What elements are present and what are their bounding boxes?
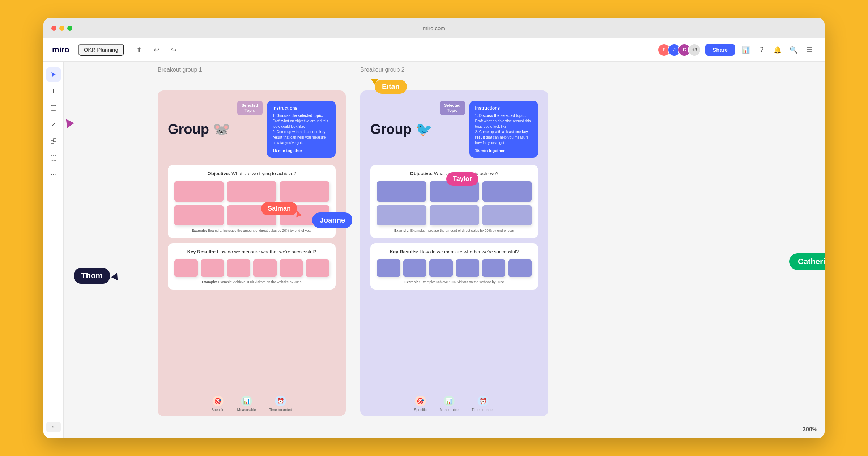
menu-icon[interactable]: ☰	[803, 43, 816, 56]
side-toolbar: T ··· »	[43, 62, 64, 438]
minimize-dot[interactable]	[59, 26, 64, 31]
instructions-box-1: Instructions 1. Discuss the selected top…	[267, 101, 336, 158]
shapes-tool[interactable]	[46, 134, 61, 148]
instructions-title-2: Instructions	[475, 106, 532, 111]
sticky-b3	[482, 181, 532, 202]
group-emoji-2: 🐦	[416, 122, 433, 137]
kr-b5	[482, 259, 506, 277]
search-icon[interactable]: 🔍	[787, 43, 800, 56]
redo-icon[interactable]: ↪	[167, 43, 180, 56]
instructions-title-1: Instructions	[273, 106, 330, 111]
measurable-icon-1: 📊 Measurable	[237, 396, 256, 412]
breakout-label-2: Breakout group 2	[360, 67, 405, 73]
instructions-text-1: 1. Discuss the selected topic. Draft wha…	[273, 113, 330, 145]
kr-sticky-1	[174, 259, 198, 277]
selected-topic-box-1: Selected Topic	[237, 101, 263, 115]
key-results-section-1: Key Results: How do we measure whether w…	[168, 243, 336, 290]
kr-sticky-4	[253, 259, 277, 277]
catherine-user-label: Catherine	[789, 258, 796, 265]
board-name-button[interactable]: OKR Planning	[78, 44, 124, 56]
key-results-example-1: Example: Example: Achieve 100k visitors …	[174, 280, 329, 284]
group-emoji-1: 🐭	[213, 122, 230, 137]
thom-user-label: Thom	[74, 268, 119, 284]
pen-tool[interactable]	[46, 117, 61, 132]
svg-line-1	[52, 123, 55, 126]
notification-icon[interactable]: 🔔	[771, 43, 784, 56]
salman-user-label: Salman	[261, 202, 297, 215]
expand-sidebar[interactable]: »	[46, 422, 61, 432]
chris-user-label: Chris	[64, 109, 64, 128]
group-header-1: Group 🐭 Selected Topic Instructions 1. D…	[168, 101, 336, 158]
instructions-text-2: 1. Discuss the selected topic. Draft wha…	[475, 113, 532, 145]
share-button[interactable]: Share	[705, 44, 735, 56]
sticky-4	[174, 205, 224, 225]
thom-bubble: Thom	[74, 268, 110, 284]
close-dot[interactable]	[51, 26, 56, 31]
key-results-title-2: Key Results: How do we measure whether w…	[377, 249, 532, 254]
footer-icons-1: 🎯 Specific 📊 Measurable ⏰ Time bounded	[212, 396, 292, 412]
window-controls	[51, 26, 72, 31]
key-results-title-1: Key Results: How do we measure whether w…	[174, 249, 329, 254]
upload-icon[interactable]: ⬆	[133, 43, 146, 56]
url-bar: miro.com	[423, 25, 445, 31]
sticky-b4	[377, 205, 426, 225]
zoom-level: 300%	[803, 426, 817, 433]
kr-sticky-3	[227, 259, 250, 277]
eitan-cursor	[371, 79, 378, 85]
avatar-count: +3	[688, 43, 701, 56]
chart-icon[interactable]: 📊	[739, 43, 752, 56]
kr-b2	[403, 259, 427, 277]
objective-stickies-2	[377, 181, 532, 225]
instructions-box-2: Instructions 1. Discuss the selected top…	[469, 101, 538, 158]
kr-b4	[456, 259, 479, 277]
maximize-dot[interactable]	[67, 26, 72, 31]
catherine-cursor	[788, 257, 796, 266]
kr-sticky-2	[201, 259, 224, 277]
thom-cursor	[111, 271, 120, 280]
undo-icon[interactable]: ↩	[150, 43, 163, 56]
toolbar-right: E J C +3 Share 📊 ? 🔔 🔍 ☰	[658, 43, 816, 56]
key-results-stickies-1	[174, 259, 329, 277]
group-board-2: Group 🐦 Selected Topic Instructions 1. D…	[360, 90, 548, 416]
specific-icon-2: 🎯 Specific	[414, 396, 427, 412]
crop-tool[interactable]	[46, 151, 61, 165]
text-tool[interactable]: T	[46, 84, 61, 98]
objective-section-2: Objective: What are we trying to achieve…	[370, 165, 538, 238]
instructions-time-1: 15 min together	[273, 148, 330, 153]
miro-logo: miro	[52, 45, 69, 55]
key-results-stickies-2	[377, 259, 532, 277]
breakout-label-1: Breakout group 1	[158, 67, 202, 73]
main-area: T ··· » Breakout group 1 Breakout group …	[43, 62, 825, 438]
browser-window: miro.com miro OKR Planning ⬆ ↩ ↪ E J C +…	[43, 18, 825, 438]
time-bounded-icon-2: ⏰ Time bounded	[472, 396, 495, 412]
measurable-icon-2: 📊 Measurable	[440, 396, 459, 412]
cursor-tool[interactable]	[46, 67, 61, 82]
objective-title-1: Objective: What are we trying to achieve…	[174, 171, 329, 176]
more-tool[interactable]: ···	[46, 167, 61, 182]
sticky-tool[interactable]	[46, 101, 61, 115]
time-bounded-icon-1: ⏰ Time bounded	[269, 396, 292, 412]
instructions-time-2: 15 min together	[475, 148, 532, 153]
sticky-3	[280, 181, 329, 202]
key-results-example-2: Example: Example: Achieve 100k visitors …	[377, 280, 532, 284]
canvas-area[interactable]: Breakout group 1 Breakout group 2 Group …	[64, 62, 825, 438]
sticky-2	[227, 181, 276, 202]
objective-example-1: Example: Example: Increase the amount of…	[174, 228, 329, 232]
selected-topic-box-2: Selected Topic	[440, 101, 465, 115]
sticky-b6	[482, 205, 532, 225]
objective-stickies-1	[174, 181, 329, 225]
sticky-b2	[430, 181, 479, 202]
avatar-group: E J C +3	[658, 43, 701, 56]
svg-rect-0	[51, 105, 56, 110]
help-icon[interactable]: ?	[755, 43, 768, 56]
app-toolbar: miro OKR Planning ⬆ ↩ ↪ E J C +3 Share 📊…	[43, 38, 825, 62]
kr-sticky-5	[280, 259, 303, 277]
catherine-bubble: Catherine	[789, 253, 825, 270]
objective-title-2: Objective: What are we trying to achieve…	[377, 171, 532, 176]
toolbar-icons: ⬆ ↩ ↪	[133, 43, 180, 56]
objective-example-2: Example: Example: Increase the amount of…	[377, 228, 532, 232]
kr-b3	[429, 259, 453, 277]
kr-b1	[377, 259, 400, 277]
sticky-1	[174, 181, 224, 202]
svg-rect-4	[51, 155, 56, 160]
